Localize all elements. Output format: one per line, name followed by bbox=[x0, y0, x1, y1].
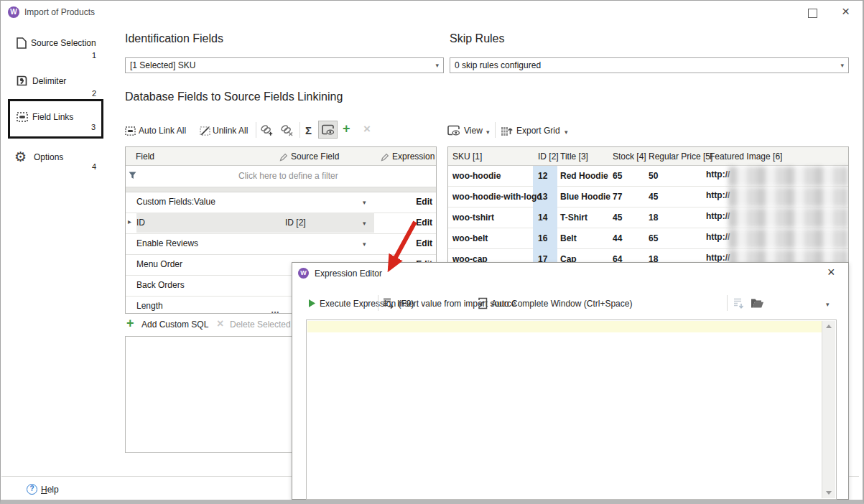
export-grid-button[interactable]: Export Grid bbox=[516, 126, 560, 136]
identification-fields-dropdown[interactable]: [1 Selected] SKU ▾ bbox=[125, 57, 444, 73]
cell-title: Red Hoodie bbox=[560, 171, 608, 181]
source-preview-grid: SKU [1] ID [2] Title [3] Stock [4] Regul… bbox=[447, 146, 849, 269]
close-dialog-button[interactable]: × bbox=[827, 265, 835, 280]
unlink-all-button[interactable]: Unlink All bbox=[213, 126, 248, 136]
column-header[interactable]: Featured Image [6] bbox=[710, 151, 782, 162]
sidebar-item-source-selection[interactable]: Source Selection 1 bbox=[8, 34, 103, 62]
cell-price: 65 bbox=[649, 233, 658, 243]
add-field-link-button[interactable]: + bbox=[343, 121, 350, 136]
expression-text-area[interactable] bbox=[306, 319, 837, 500]
preview-row[interactable]: woo-tshirt 14 T-Shirt 45 18 http:// bbox=[448, 207, 848, 228]
sidebar-item-label: Options bbox=[34, 152, 63, 162]
column-header[interactable]: ID [2] bbox=[538, 151, 559, 162]
add-link-icon[interactable] bbox=[260, 124, 274, 136]
sidebar-item-label: Field Links bbox=[32, 112, 73, 122]
scroll-up-icon[interactable] bbox=[826, 325, 832, 328]
maximize-button[interactable] bbox=[808, 9, 817, 18]
remove-link-icon[interactable] bbox=[280, 124, 294, 136]
toolbar-divider bbox=[256, 122, 256, 138]
field-link-row[interactable]: Custom Fields:Value ▾ Edit bbox=[126, 192, 436, 213]
splitter-grip[interactable]: … bbox=[271, 305, 280, 315]
sum-expression-icon[interactable]: Σ bbox=[305, 124, 312, 136]
auto-link-all-button[interactable]: Auto Link All bbox=[139, 126, 186, 136]
sidebar-item-delimiter[interactable]: Delimiter 2 bbox=[8, 72, 103, 101]
cell-price: 45 bbox=[649, 192, 658, 202]
help-icon: ? bbox=[27, 484, 37, 495]
redacted-url bbox=[728, 187, 847, 207]
column-header[interactable]: SKU [1] bbox=[452, 151, 482, 162]
preview-row[interactable]: woo-hoodie-with-logo 13 Blue Hoodie 77 4… bbox=[448, 187, 848, 207]
cell-price: 50 bbox=[649, 171, 658, 181]
step-number: 4 bbox=[92, 162, 96, 171]
preview-row[interactable]: woo-belt 16 Belt 44 65 http:// bbox=[448, 228, 848, 249]
cell-sku: woo-belt bbox=[452, 233, 488, 243]
app-logo-icon: W bbox=[8, 6, 19, 18]
unlink-icon bbox=[200, 126, 210, 136]
edit-expression-button[interactable]: Edit bbox=[400, 197, 432, 207]
cell-stock: 44 bbox=[613, 233, 622, 243]
toolbar-divider bbox=[299, 122, 300, 138]
field-name: Length bbox=[136, 301, 163, 311]
delimiter-quote-icon bbox=[17, 75, 27, 86]
pencil-icon bbox=[279, 153, 288, 162]
cell-image-url: http:// bbox=[706, 211, 730, 221]
column-header-source-field[interactable]: Source Field bbox=[291, 151, 339, 162]
chevron-down-icon[interactable]: ▾ bbox=[826, 301, 830, 308]
insert-value-icon bbox=[382, 297, 394, 309]
scroll-down-icon[interactable] bbox=[826, 491, 832, 495]
chevron-down-icon[interactable]: ▾ bbox=[363, 199, 366, 206]
field-name: Menu Order bbox=[136, 259, 182, 269]
source-field-value: ID [2] bbox=[285, 218, 306, 228]
delete-selected-button-disabled: Delete Selected bbox=[230, 319, 291, 330]
gear-icon: ⚙ bbox=[14, 149, 27, 165]
column-header[interactable]: Regular Price [5] bbox=[649, 151, 712, 162]
cell-title: Blue Hoodie bbox=[560, 192, 610, 202]
linking-section-heading: Database Fields to Source Fields Linkini… bbox=[125, 90, 343, 103]
preview-toggle-button-active[interactable] bbox=[318, 121, 338, 139]
redacted-url bbox=[728, 167, 847, 186]
current-line-highlight bbox=[307, 321, 822, 332]
add-custom-sql-button[interactable]: Add Custom SQL bbox=[141, 319, 208, 330]
cell-stock: 77 bbox=[613, 192, 622, 202]
scrollbar[interactable] bbox=[822, 321, 835, 498]
cell-image-url: http:// bbox=[706, 232, 730, 242]
field-name: Back Orders bbox=[136, 280, 185, 290]
cell-id: 13 bbox=[538, 192, 547, 202]
cell-id: 14 bbox=[538, 213, 547, 223]
cell-image-url: http:// bbox=[706, 190, 730, 200]
preview-row[interactable]: woo-hoodie 12 Red Hoodie 65 50 http:// bbox=[448, 166, 848, 187]
sidebar-item-field-links-active[interactable]: Field Links 3 bbox=[8, 99, 103, 139]
expression-editor-dialog: W Expression Editor × Execute Expression… bbox=[292, 262, 849, 500]
cell-title: T-Shirt bbox=[560, 213, 587, 223]
auto-link-icon bbox=[125, 126, 136, 136]
cell-stock: 45 bbox=[613, 213, 622, 223]
cell-sku: woo-hoodie bbox=[452, 171, 501, 181]
cell-title: Belt bbox=[560, 233, 577, 243]
toolbar-divider bbox=[378, 295, 378, 311]
open-folder-icon[interactable] bbox=[751, 298, 764, 309]
field-name: Enable Reviews bbox=[136, 238, 198, 248]
cell-price: 18 bbox=[649, 213, 658, 223]
toolbar-divider bbox=[727, 295, 728, 311]
column-header-field[interactable]: Field bbox=[136, 151, 154, 162]
column-header[interactable]: Stock [4] bbox=[613, 151, 646, 162]
export-grid-icon bbox=[501, 124, 513, 136]
close-window-button[interactable]: × bbox=[842, 4, 850, 19]
field-name: ID bbox=[136, 218, 145, 228]
sidebar-item-options[interactable]: ⚙ Options 4 bbox=[8, 147, 103, 176]
skip-rules-dropdown[interactable]: 0 skip rules configured ▾ bbox=[450, 57, 849, 73]
pencil-icon bbox=[381, 153, 389, 162]
redacted-url bbox=[728, 208, 847, 228]
column-header[interactable]: Title [3] bbox=[560, 151, 588, 162]
cell-sku: woo-hoodie-with-logo bbox=[452, 192, 542, 202]
column-header-expression[interactable]: Expression bbox=[392, 151, 435, 162]
step-number: 2 bbox=[92, 89, 96, 98]
filter-row[interactable]: Click here to define a filter bbox=[126, 165, 436, 187]
app-window: W Import of Products × Source Selection … bbox=[0, 0, 864, 504]
view-menu-button[interactable]: View bbox=[464, 126, 483, 136]
autocomplete-button[interactable]: Auto Complete Window (Ctrl+Space) bbox=[491, 299, 632, 309]
filter-funnel-icon bbox=[129, 172, 136, 179]
help-link[interactable]: Help bbox=[41, 485, 59, 495]
load-expression-icon-disabled bbox=[733, 297, 745, 309]
redacted-url bbox=[728, 229, 847, 248]
